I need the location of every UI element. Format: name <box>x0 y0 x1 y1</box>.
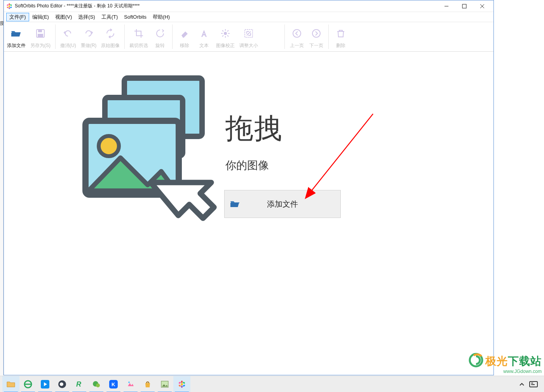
window-minimize-button[interactable] <box>438 0 455 12</box>
toolbar-next-button[interactable]: 下一页 <box>307 24 326 50</box>
svg-line-30 <box>311 114 373 192</box>
menu-select[interactable]: 选择(S) <box>75 13 98 21</box>
toolbar-delete-button[interactable]: 删除 <box>331 24 350 50</box>
toolbar-save-as-button[interactable]: 另存为(S) <box>28 24 53 50</box>
svg-point-5 <box>7 6 9 8</box>
svg-point-29 <box>99 136 119 156</box>
watermark-url: www.JGdown.com <box>485 369 542 374</box>
brightness-icon <box>220 25 230 42</box>
task-gallery-app[interactable] <box>122 376 139 392</box>
toolbar-prev-button[interactable]: 上一页 <box>287 24 307 50</box>
menu-view[interactable]: 视图(V) <box>52 13 75 21</box>
eraser-icon <box>180 25 190 42</box>
crop-icon <box>134 25 144 42</box>
folder-icon <box>230 200 240 210</box>
task-image-viewer[interactable] <box>156 376 173 392</box>
drag-title: 拖拽 <box>225 110 283 147</box>
watermark: 极光下载站 www.JGdown.com <box>485 354 542 374</box>
toolbar-redo-button[interactable]: 重做(R) <box>78 24 99 50</box>
tray-chevron-up-icon[interactable] <box>516 378 528 390</box>
toolbar-delete-label: 删除 <box>336 42 345 49</box>
task-store-app[interactable] <box>139 376 156 392</box>
menubar: 文件(F) 编辑(E) 视图(V) 选择(S) 工具(T) SoftOrbits… <box>4 12 493 22</box>
refresh-icon <box>105 25 115 42</box>
task-file-explorer[interactable] <box>2 376 19 392</box>
task-wechat[interactable] <box>88 376 105 392</box>
svg-line-20 <box>227 35 228 37</box>
task-kugou[interactable]: K <box>105 376 122 392</box>
add-file-button-label: 添加文件 <box>267 199 298 209</box>
svg-point-0 <box>9 5 10 7</box>
toolbar-original-button[interactable]: 原始图像 <box>99 24 122 50</box>
svg-text:R: R <box>76 380 81 388</box>
redo-icon <box>84 25 94 42</box>
toolbar-undo-label: 撤消(U) <box>60 42 76 49</box>
text-icon <box>199 25 209 42</box>
watermark-logo-icon <box>468 352 484 368</box>
toolbar-rotate-button[interactable]: 旋转 <box>150 24 170 50</box>
save-icon <box>35 25 45 42</box>
task-ie-browser[interactable] <box>19 376 37 392</box>
toolbar-crop-label: 裁切所选 <box>129 42 148 49</box>
menu-tools[interactable]: 工具(T) <box>98 13 121 21</box>
svg-point-45 <box>181 385 183 388</box>
ie-icon <box>24 380 32 389</box>
r-icon: R <box>75 380 84 389</box>
task-softorbits-app[interactable] <box>173 376 190 392</box>
toolbar-remove-label: 移除 <box>180 42 189 49</box>
picture-icon <box>160 380 169 389</box>
svg-line-21 <box>222 35 223 37</box>
window-maximize-button[interactable] <box>455 0 473 12</box>
toolbar-prev-label: 上一页 <box>290 42 304 49</box>
toolbar-text-button[interactable]: 文本 <box>194 24 214 50</box>
toolbar: 添加文件 另存为(S) 撤消(U) 重做(R) <box>4 22 493 52</box>
titlebar: SoftOrbits Photo Editor - ****未注册版 - 剩余 … <box>4 0 493 12</box>
svg-point-4 <box>9 7 10 9</box>
toolbar-rotate-label: 旋转 <box>155 42 165 49</box>
svg-line-19 <box>222 30 223 31</box>
task-app-blue[interactable] <box>37 376 54 392</box>
toolbar-next-label: 下一页 <box>309 42 323 49</box>
toolbar-correction-button[interactable]: 图像校正 <box>214 24 237 50</box>
svg-point-39 <box>128 382 130 383</box>
svg-text:K: K <box>112 382 115 387</box>
taskbar: R K <box>0 376 544 392</box>
toolbar-add-file-button[interactable]: 添加文件 <box>5 24 28 50</box>
canvas-empty-state: 拖拽 你的图像 添加文件 <box>4 52 493 375</box>
toolbar-text-label: 文本 <box>199 42 209 49</box>
window-title: SoftOrbits Photo Editor - ****未注册版 - 剩余 … <box>15 3 139 9</box>
svg-rect-12 <box>38 30 42 32</box>
toolbar-remove-button[interactable]: 移除 <box>175 24 194 50</box>
svg-point-14 <box>224 32 227 35</box>
sogou-icon <box>58 380 66 389</box>
svg-line-22 <box>227 30 228 31</box>
toolbar-resize-button[interactable]: 调整大小 <box>237 24 260 50</box>
bag-icon <box>143 380 152 389</box>
toolbar-redo-label: 重做(R) <box>81 42 97 49</box>
svg-point-41 <box>181 383 183 385</box>
background-window-edge: 度 <box>0 0 3 375</box>
kugou-icon: K <box>109 380 118 389</box>
resize-icon <box>244 25 254 42</box>
tray-input-method-icon[interactable] <box>528 378 539 390</box>
folder-open-icon <box>10 25 22 42</box>
toolbar-add-file-label: 添加文件 <box>7 42 26 49</box>
add-file-button[interactable]: 添加文件 <box>224 190 341 218</box>
task-sogou-browser[interactable] <box>54 376 71 392</box>
toolbar-crop-button[interactable]: 裁切所选 <box>127 24 150 50</box>
annotation-arrow <box>303 110 389 203</box>
menu-file[interactable]: 文件(F) <box>6 13 29 21</box>
task-r-app[interactable]: R <box>71 376 88 392</box>
app-window: SoftOrbits Photo Editor - ****未注册版 - 剩余 … <box>3 0 494 375</box>
svg-point-43 <box>183 382 185 384</box>
toolbar-undo-button[interactable]: 撤消(U) <box>58 24 78 50</box>
menu-help[interactable]: 帮助(H) <box>150 13 173 21</box>
menu-edit[interactable]: 编辑(E) <box>29 13 52 21</box>
svg-point-24 <box>293 30 301 37</box>
toolbar-original-label: 原始图像 <box>101 42 120 49</box>
svg-point-36 <box>96 383 100 387</box>
menu-softorbits[interactable]: SoftOrbits <box>121 13 150 21</box>
svg-point-42 <box>181 380 183 383</box>
svg-point-2 <box>10 4 12 6</box>
window-close-button[interactable] <box>473 0 491 12</box>
